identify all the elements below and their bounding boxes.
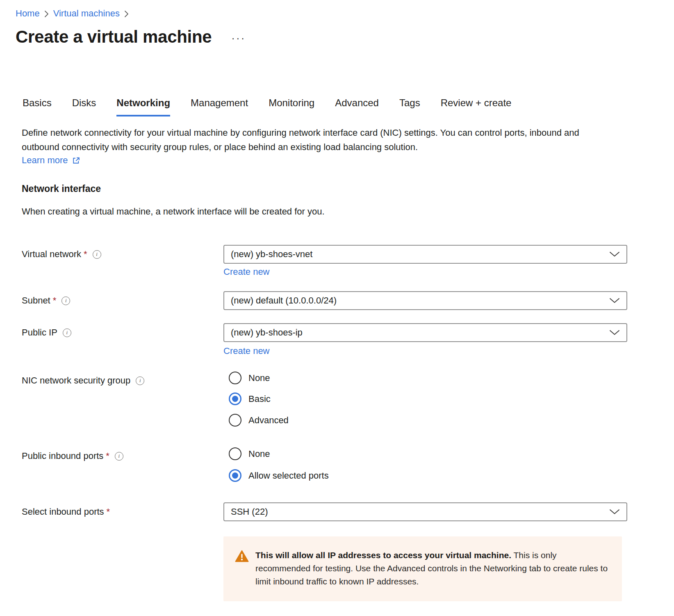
chevron-down-icon [609,298,620,303]
tab-monitoring[interactable]: Monitoring [269,97,314,116]
section-description: When creating a virtual machine, a netwo… [22,206,325,217]
required-asterisk: * [107,506,110,517]
chevron-down-icon [609,330,620,335]
select-inbound-ports-value: SSH (22) [231,506,268,517]
chevron-down-icon [609,251,620,257]
nic-nsg-label: NIC network security group [22,375,130,386]
learn-more-label: Learn more [22,155,68,166]
select-inbound-ports-label-group: Select inbound ports * [22,506,110,517]
nic-nsg-radio-basic[interactable]: Basic [229,392,289,405]
radio-circle-icon [229,414,241,427]
more-options-ellipsis[interactable]: ··· [231,33,246,43]
tab-basics[interactable]: Basics [23,97,52,116]
radio-label: Basic [248,394,271,404]
breadcrumb: Home Virtual machines [16,8,129,19]
tab-management[interactable]: Management [191,97,248,116]
nic-nsg-radio-advanced[interactable]: Advanced [229,414,289,427]
required-asterisk: * [53,295,57,306]
public-inbound-ports-label: Public inbound ports [22,451,103,461]
breadcrumb-chevron-icon [124,10,129,18]
radio-label: None [248,449,270,459]
required-asterisk: * [84,249,87,260]
create-vm-page: Home Virtual machines Create a virtual m… [0,0,674,616]
breadcrumb-link-home[interactable]: Home [16,8,40,19]
breadcrumb-link-virtual-machines[interactable]: Virtual machines [53,8,120,19]
subnet-value: (new) default (10.0.0.0/24) [231,295,337,306]
radio-selected-icon [229,392,241,405]
public-ip-select[interactable]: (new) yb-shoes-ip [223,323,627,342]
radio-circle-icon [229,447,241,460]
nic-nsg-label-group: NIC network security group i [22,375,144,386]
external-link-icon [72,156,80,165]
virtual-network-label: Virtual network [22,249,81,260]
subnet-label: Subnet [22,295,50,306]
public-inbound-ports-radio-group: None Allow selected ports [229,447,329,482]
subnet-select[interactable]: (new) default (10.0.0.0/24) [223,291,627,310]
required-asterisk: * [106,451,109,461]
tab-networking[interactable]: Networking [116,97,170,116]
public-ip-value: (new) yb-shoes-ip [231,327,303,338]
warning-text: This will allow all IP addresses to acce… [255,549,610,588]
info-icon[interactable]: i [136,376,144,385]
public-inbound-ports-label-group: Public inbound ports * i [22,451,123,461]
intro-text: Define network connectivity for your vir… [22,125,610,154]
radio-label: Advanced [248,415,289,426]
create-new-vnet-link[interactable]: Create new [223,267,270,277]
radio-label: None [248,373,270,383]
tab-review-create[interactable]: Review + create [441,97,512,116]
chevron-down-icon [609,509,620,515]
virtual-network-select[interactable]: (new) yb-shoes-vnet [223,245,627,264]
tab-bar: Basics Disks Networking Management Monit… [23,97,511,116]
nic-nsg-radio-none[interactable]: None [229,372,289,384]
info-icon[interactable]: i [93,250,101,259]
virtual-network-value: (new) yb-shoes-vnet [231,249,312,260]
public-ip-label-group: Public IP i [22,327,71,338]
public-ip-label: Public IP [22,327,57,338]
page-title: Create a virtual machine [16,27,212,47]
warning-icon [235,550,249,562]
info-icon[interactable]: i [61,297,70,305]
warning-banner: This will allow all IP addresses to acce… [223,536,622,601]
nic-nsg-radio-group: None Basic Advanced [229,372,289,427]
tab-disks[interactable]: Disks [72,97,96,116]
public-inbound-radio-none[interactable]: None [229,447,329,460]
radio-selected-icon [229,469,241,482]
virtual-network-label-group: Virtual network * i [22,249,101,260]
create-new-public-ip-link[interactable]: Create new [223,346,270,356]
select-inbound-ports-label: Select inbound ports [22,506,104,517]
info-icon[interactable]: i [63,329,71,337]
public-inbound-radio-allow-selected-ports[interactable]: Allow selected ports [229,469,329,482]
info-icon[interactable]: i [115,452,123,461]
learn-more-link[interactable]: Learn more [22,155,80,166]
radio-label: Allow selected ports [248,470,329,481]
radio-circle-icon [229,372,241,384]
tab-advanced[interactable]: Advanced [335,97,379,116]
section-heading-network-interface: Network interface [22,183,101,194]
subnet-label-group: Subnet * i [22,295,70,306]
title-row: Create a virtual machine ··· [16,27,246,47]
breadcrumb-chevron-icon [44,10,49,18]
warning-text-bold: This will allow all IP addresses to acce… [255,550,511,560]
tab-tags[interactable]: Tags [399,97,420,116]
select-inbound-ports-select[interactable]: SSH (22) [223,502,627,521]
